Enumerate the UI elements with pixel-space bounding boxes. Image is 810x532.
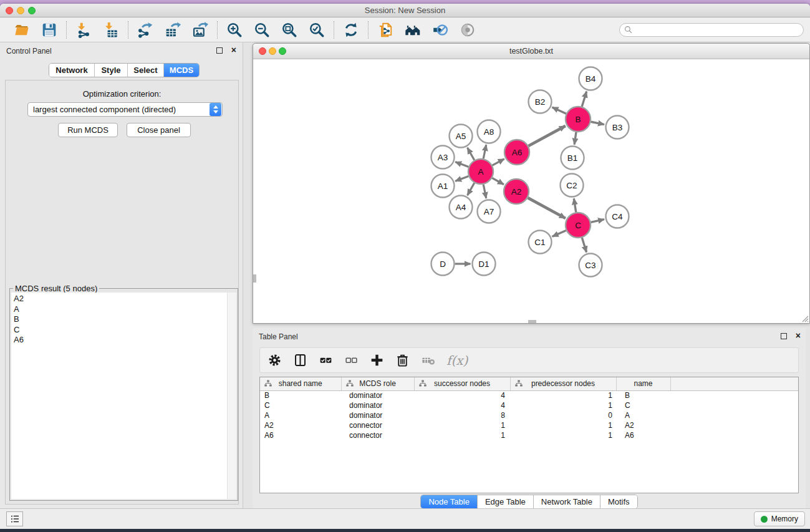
table-cell[interactable]: A2 bbox=[616, 420, 670, 430]
export-image-button[interactable] bbox=[191, 21, 209, 39]
node-B4[interactable]: B4 bbox=[579, 67, 602, 90]
table-row[interactable]: Bdominator41B bbox=[260, 390, 798, 400]
node-A[interactable]: A bbox=[468, 159, 493, 184]
memory-button[interactable]: Memory bbox=[754, 511, 805, 526]
table-row[interactable]: Adominator80A bbox=[260, 410, 798, 420]
node-C3[interactable]: C3 bbox=[579, 254, 602, 277]
network-horizontal-scrollbar[interactable] bbox=[528, 320, 536, 323]
table-cell[interactable]: connector bbox=[341, 430, 414, 440]
table-cell[interactable]: B bbox=[260, 390, 341, 400]
result-scrollbar[interactable] bbox=[228, 293, 236, 499]
node-A7[interactable]: A7 bbox=[478, 200, 501, 223]
edge-A-A7[interactable] bbox=[483, 185, 486, 198]
table-row[interactable]: A6connector11A6 bbox=[260, 430, 798, 440]
open-file-button[interactable] bbox=[13, 21, 31, 39]
search-input[interactable] bbox=[635, 24, 799, 36]
home-button[interactable] bbox=[404, 21, 422, 39]
edge-A-A5[interactable] bbox=[468, 148, 475, 160]
node-A8[interactable]: A8 bbox=[478, 120, 501, 143]
node-D1[interactable]: D1 bbox=[473, 253, 496, 276]
table-cell[interactable]: A2 bbox=[260, 420, 341, 430]
edge-B-B4[interactable] bbox=[582, 92, 587, 107]
table-cell[interactable]: A6 bbox=[260, 430, 341, 440]
table-cell[interactable]: A6 bbox=[616, 430, 670, 440]
node-A3[interactable]: A3 bbox=[432, 146, 455, 169]
column-header-name[interactable]: name bbox=[616, 377, 670, 390]
delete-rows-button[interactable] bbox=[394, 352, 410, 369]
zoom-in-button[interactable] bbox=[226, 21, 243, 39]
edge-B-B1[interactable] bbox=[574, 132, 576, 145]
table-options-gear-button[interactable] bbox=[266, 352, 282, 369]
node-C2[interactable]: C2 bbox=[561, 174, 584, 197]
table-cell[interactable]: A bbox=[260, 410, 341, 420]
node-C1[interactable]: C1 bbox=[529, 231, 552, 254]
node-A1[interactable]: A1 bbox=[432, 175, 455, 198]
table-row[interactable]: Cdominator41C bbox=[260, 400, 798, 410]
close-panel-button[interactable]: Close panel bbox=[127, 123, 191, 137]
node-B3[interactable]: B3 bbox=[606, 116, 629, 139]
edge-A2-C[interactable] bbox=[528, 198, 565, 218]
table-cell[interactable]: C bbox=[616, 400, 670, 410]
float-panel-icon[interactable] bbox=[216, 47, 223, 54]
resize-grip[interactable] bbox=[801, 314, 809, 322]
column-header-shared-name[interactable]: shared name bbox=[260, 377, 341, 390]
table-cell[interactable]: 8 bbox=[414, 410, 510, 420]
edge-B-B3[interactable] bbox=[591, 122, 604, 124]
edge-C-C1[interactable] bbox=[552, 230, 566, 236]
import-table-button[interactable] bbox=[102, 21, 120, 39]
table-cell[interactable]: dominator bbox=[341, 400, 414, 410]
table-cell[interactable]: connector bbox=[341, 420, 414, 430]
table-cell[interactable]: dominator bbox=[341, 410, 414, 420]
table-cell[interactable]: 1 bbox=[510, 400, 616, 410]
edge-A6-B[interactable] bbox=[528, 126, 565, 146]
edge-A-A6[interactable] bbox=[493, 159, 504, 165]
tab-node-table[interactable]: Node Table bbox=[421, 495, 478, 508]
node-A5[interactable]: A5 bbox=[450, 125, 473, 148]
tab-motifs[interactable]: Motifs bbox=[600, 495, 637, 508]
task-history-button[interactable] bbox=[6, 511, 23, 526]
zoom-selected-button[interactable] bbox=[308, 21, 325, 39]
table-close-panel-icon[interactable]: × bbox=[796, 331, 801, 341]
network-vertical-scrollbar[interactable] bbox=[253, 274, 256, 283]
network-window-titlebar[interactable]: testGlobe.txt bbox=[253, 44, 809, 59]
table-cell[interactable]: 1 bbox=[510, 420, 616, 430]
table-cell[interactable]: A bbox=[616, 410, 670, 420]
show-graphics-details-button[interactable] bbox=[459, 21, 476, 39]
column-header-predecessor-nodes[interactable]: predecessor nodes bbox=[510, 377, 616, 390]
table-cell[interactable]: 1 bbox=[414, 430, 510, 440]
run-mcds-button[interactable]: Run MCDS bbox=[58, 123, 118, 137]
node-B2[interactable]: B2 bbox=[529, 90, 552, 114]
edge-A-A2[interactable] bbox=[492, 178, 504, 184]
export-network-button[interactable] bbox=[137, 21, 154, 39]
zoom-fit-button[interactable] bbox=[281, 21, 298, 39]
import-network-button[interactable] bbox=[75, 21, 92, 39]
edge-C-C3[interactable] bbox=[582, 238, 586, 252]
select-all-columns-button[interactable] bbox=[317, 352, 334, 369]
show-columns-button[interactable] bbox=[292, 352, 308, 369]
edge-A-A1[interactable] bbox=[455, 176, 468, 181]
node-C[interactable]: C bbox=[566, 213, 591, 238]
mcds-result-item[interactable]: A6 bbox=[14, 335, 227, 346]
save-session-button[interactable] bbox=[41, 21, 58, 39]
node-A4[interactable]: A4 bbox=[450, 196, 473, 219]
unselect-all-columns-button[interactable] bbox=[343, 352, 359, 369]
network-canvas[interactable]: B4B2BB3A5A8A6A3B1AC2A1A2A4A7C4CC1DD1C3 bbox=[253, 59, 809, 323]
tab-mcds[interactable]: MCDS bbox=[164, 64, 199, 77]
search-box[interactable] bbox=[619, 23, 804, 37]
edge-A-A4[interactable] bbox=[468, 183, 475, 195]
node-B1[interactable]: B1 bbox=[561, 147, 584, 170]
tab-edge-table[interactable]: Edge Table bbox=[478, 495, 534, 508]
export-table-button[interactable] bbox=[164, 21, 181, 39]
table-row[interactable]: A2connector11A2 bbox=[260, 420, 798, 430]
mcds-result-item[interactable]: C bbox=[14, 325, 227, 336]
edge-B-B2[interactable] bbox=[552, 107, 566, 114]
add-column-button[interactable] bbox=[369, 352, 385, 369]
mcds-result-item[interactable]: B bbox=[14, 314, 227, 325]
tab-style[interactable]: Style bbox=[95, 64, 128, 77]
refresh-layout-button[interactable] bbox=[342, 21, 360, 39]
table-cell[interactable]: 1 bbox=[510, 390, 616, 400]
node-A6[interactable]: A6 bbox=[504, 140, 529, 165]
table-cell[interactable]: dominator bbox=[341, 390, 414, 400]
zoom-out-button[interactable] bbox=[253, 21, 271, 39]
table-cell[interactable]: 4 bbox=[414, 390, 510, 400]
